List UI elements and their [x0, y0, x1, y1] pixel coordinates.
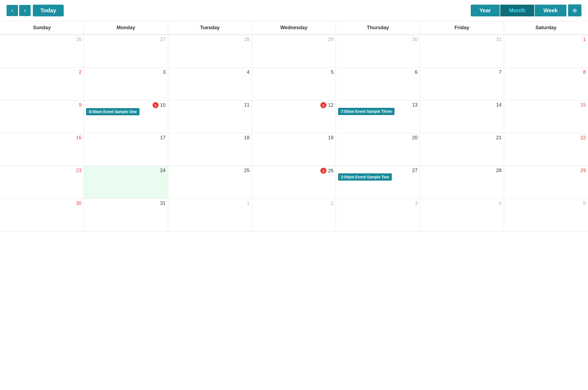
calendar: Sunday Monday Tuesday Wednesday Thursday…	[0, 21, 588, 232]
day-number: 31	[160, 200, 166, 206]
header-tuesday: Tuesday	[168, 21, 252, 34]
prev-button[interactable]: ‹	[7, 5, 18, 16]
header-monday: Monday	[84, 21, 168, 34]
calendar-grid: 2627282930311234567891108:00am Event Sam…	[0, 35, 588, 232]
calendar-cell: 24	[84, 166, 168, 199]
calendar-cell: 31	[420, 35, 504, 68]
day-number: 5	[583, 200, 586, 206]
day-number: 1	[247, 200, 250, 206]
calendar-cell: 19	[252, 133, 336, 166]
calendar-cell: 27	[84, 35, 168, 68]
day-number: 29	[328, 37, 334, 42]
calendar-cell: 16	[0, 133, 84, 166]
day-number: 17	[160, 135, 166, 141]
day-number: 18	[244, 135, 250, 141]
day-number: 7	[499, 69, 502, 75]
day-number: 4	[247, 69, 250, 75]
day-number: 15	[580, 102, 586, 108]
calendar-cell: 17	[84, 133, 168, 166]
event-chip[interactable]: 7:00am Event Sample Three	[338, 108, 394, 115]
day-number: 1	[583, 37, 586, 42]
day-number: 2	[79, 69, 81, 75]
calendar-cell: 18	[168, 133, 252, 166]
day-number: 30	[412, 37, 417, 42]
today-button[interactable]: Today	[33, 5, 64, 16]
month-view-button[interactable]: Month	[500, 5, 534, 16]
calendar-cell: 126	[252, 166, 336, 199]
calendar-cell: 272:00pm Event Sample Two	[336, 166, 420, 199]
day-number: 19	[328, 135, 334, 141]
calendar-cell: 30	[0, 199, 84, 232]
header-sunday: Sunday	[0, 21, 84, 34]
event-chip[interactable]: 8:00am Event Sample One	[86, 108, 139, 115]
day-number: 21	[496, 135, 502, 141]
day-number: 4	[499, 200, 502, 206]
download-button[interactable]: ⊕	[568, 4, 581, 16]
day-number: 5	[331, 69, 334, 75]
header-friday: Friday	[420, 21, 504, 34]
calendar-cell: 8	[504, 68, 588, 101]
day-number: 3	[163, 69, 166, 75]
day-number: 20	[412, 135, 417, 141]
calendar-cell: 31	[84, 199, 168, 232]
calendar-cell: 5	[504, 199, 588, 232]
day-number: 30	[76, 200, 81, 206]
calendar-cell: 2	[0, 68, 84, 101]
day-headers: Sunday Monday Tuesday Wednesday Thursday…	[0, 21, 588, 35]
day-number: 10	[160, 102, 166, 108]
calendar-cell: 14	[420, 101, 504, 133]
event-badge: 1	[320, 102, 326, 108]
day-number: 26	[76, 37, 81, 42]
day-number: 23	[76, 168, 81, 173]
day-number: 9	[79, 102, 81, 108]
calendar-cell: 5	[252, 68, 336, 101]
calendar-cell: 137:00am Event Sample Three	[336, 101, 420, 133]
day-number: 13	[412, 102, 417, 108]
calendar-cell: 3	[84, 68, 168, 101]
top-bar: ‹ › Today Year Month Week ⊕	[0, 0, 588, 21]
year-view-button[interactable]: Year	[471, 5, 500, 16]
day-number: 3	[415, 200, 417, 206]
calendar-cell: 6	[336, 68, 420, 101]
calendar-cell: 2	[252, 199, 336, 232]
day-number: 31	[496, 37, 502, 42]
calendar-cell: 1108:00am Event Sample One	[84, 101, 168, 133]
calendar-cell: 29	[504, 166, 588, 199]
header-saturday: Saturday	[504, 21, 588, 34]
next-button[interactable]: ›	[19, 5, 31, 16]
day-number: 26	[328, 168, 334, 174]
day-number: 12	[328, 102, 334, 108]
calendar-cell: 112	[252, 101, 336, 133]
header-thursday: Thursday	[336, 21, 420, 34]
calendar-cell: 23	[0, 166, 84, 199]
day-number: 27	[160, 37, 166, 42]
day-number: 28	[244, 37, 250, 42]
day-number: 25	[244, 168, 250, 173]
calendar-cell: 3	[336, 199, 420, 232]
calendar-cell: 15	[504, 101, 588, 133]
calendar-cell: 4	[168, 68, 252, 101]
calendar-cell: 7	[420, 68, 504, 101]
right-controls: Year Month Week ⊕	[471, 4, 581, 16]
day-number: 6	[415, 69, 417, 75]
day-number: 27	[412, 168, 417, 173]
day-number: 2	[331, 200, 334, 206]
left-controls: ‹ › Today	[7, 5, 64, 16]
calendar-cell: 1	[504, 35, 588, 68]
day-number: 11	[244, 102, 250, 108]
header-wednesday: Wednesday	[252, 21, 336, 34]
calendar-cell: 29	[252, 35, 336, 68]
day-number: 29	[580, 168, 586, 173]
calendar-cell: 4	[420, 199, 504, 232]
week-view-button[interactable]: Week	[535, 5, 566, 16]
calendar-cell: 25	[168, 166, 252, 199]
day-number: 14	[496, 102, 502, 108]
calendar-cell: 22	[504, 133, 588, 166]
calendar-cell: 20	[336, 133, 420, 166]
day-number: 22	[580, 135, 586, 141]
event-chip[interactable]: 2:00pm Event Sample Two	[338, 173, 392, 181]
calendar-cell: 21	[420, 133, 504, 166]
calendar-cell: 28	[420, 166, 504, 199]
calendar-cell: 30	[336, 35, 420, 68]
day-number: 28	[496, 168, 502, 173]
